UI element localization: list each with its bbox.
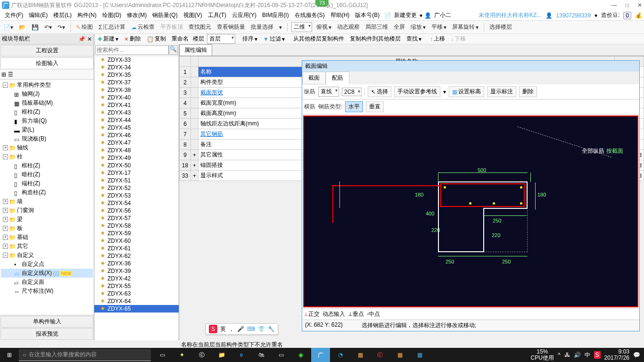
component-list[interactable]: ZDYX-33ZDYX-34ZDYX-35ZDYX-37ZDYX-38ZDYX-… (94, 56, 179, 340)
component-item[interactable]: ZDYX-41 (94, 101, 179, 109)
score-badge[interactable]: 73 (315, 0, 329, 7)
section-editor-title-bar[interactable]: 截面编辑 (302, 61, 639, 72)
tree-item[interactable]: •自定义点 (1, 260, 93, 269)
component-item[interactable]: ZDYX-46 (94, 132, 179, 139)
ime-skin-icon[interactable]: 👕 (258, 326, 265, 332)
component-item[interactable]: ZDYX-63 (94, 290, 179, 297)
component-item[interactable]: ZDYX-43 (94, 109, 179, 116)
tree-common-types[interactable]: −📁常用构件类型 (1, 81, 93, 90)
batch-select-button[interactable]: 批量选择 (249, 23, 275, 31)
horizontal-button[interactable]: 水平 (345, 101, 363, 112)
tree-item[interactable]: ▯框柱(Z) (1, 161, 93, 170)
delete-button[interactable]: ✕删除 (123, 35, 142, 43)
manual-ref-button[interactable]: 手动设置参考线 (394, 86, 440, 97)
component-item[interactable]: ZDYX-62 (94, 252, 179, 260)
line-type-combo[interactable]: 直线 (318, 87, 339, 97)
cpu-meter[interactable]: 15%CPU使用 (531, 349, 554, 361)
bean-icon[interactable]: 💰 (635, 12, 642, 19)
tree-wall[interactable]: +📁墙 (1, 197, 93, 206)
show-label-button[interactable]: 显示标注 (487, 86, 516, 97)
toolbar-more-icon[interactable]: ▾ (278, 24, 283, 31)
draw-button[interactable]: ✎绘图 (74, 23, 94, 31)
app-icon[interactable]: ▦ (410, 348, 429, 362)
tab-rebar[interactable]: 配筋 (326, 72, 349, 84)
user-name[interactable]: 广小二 (431, 11, 454, 19)
menu-draw[interactable]: 绘图(D) (99, 11, 124, 19)
ortho-button[interactable]: ⊥正交 (304, 310, 320, 318)
app-icon[interactable]: ▦ (390, 348, 409, 362)
tray-ime-label[interactable]: 中 (585, 351, 590, 359)
nav-pin-icon[interactable]: 📌 (78, 36, 85, 42)
fullscreen-button[interactable]: 全屏 (392, 23, 406, 31)
tree-item[interactable]: ▯框柱(Z) (1, 107, 93, 116)
close-button[interactable]: ✕ (637, 2, 642, 8)
tray-clock[interactable]: 9:032017/7/26 (604, 349, 629, 361)
rename-button[interactable]: 重命名 (170, 35, 190, 43)
dropdown-icon[interactable]: ▾ (420, 12, 422, 19)
tree-axis[interactable]: +📁轴线 (1, 143, 93, 152)
menu-help[interactable]: 帮助(H) (328, 11, 353, 19)
component-item[interactable]: ZDYX-49 (94, 154, 179, 162)
sum-calc-button[interactable]: Σ汇总计算 (97, 23, 127, 31)
select-floor-button[interactable]: 选择楼层 (488, 23, 513, 31)
component-item[interactable]: ZDYX-34 (94, 64, 179, 71)
app-icon[interactable]: 广 (311, 348, 330, 362)
nav-tree-icon[interactable]: ⊞ (1, 71, 6, 78)
tray-sogou-icon[interactable]: S (594, 351, 601, 359)
component-item[interactable]: ZDYX-48 (94, 147, 179, 154)
menu-view[interactable]: 视图(V) (181, 11, 205, 19)
ime-settings-icon[interactable]: 🔧 (268, 326, 275, 332)
component-item[interactable]: ZDYX-64 (94, 297, 179, 305)
nav-tree[interactable]: −📁常用构件类型 ⊞轴网(J) ▦筏板基础(M) ▯框柱(Z) ▮剪力墙(Q) … (0, 80, 94, 315)
component-item[interactable]: ZDYX-57 (94, 214, 179, 222)
tray-network-icon[interactable]: 🖧 (564, 352, 570, 358)
component-item[interactable]: ZDYX-51 (94, 177, 179, 184)
explorer-icon[interactable]: 📁 (212, 348, 231, 362)
menu-floor[interactable]: 楼层(L) (50, 11, 74, 19)
ime-logo-icon[interactable]: S (209, 325, 217, 333)
tree-foundation[interactable]: +📁基础 (1, 233, 93, 242)
nav-close-icon[interactable]: ✕ (87, 36, 92, 42)
unused-link[interactable]: 未使用的柱大样名称KZ... (479, 11, 541, 19)
select-button[interactable]: ↖选择 (368, 86, 391, 97)
tree-item[interactable]: ▮剪力墙(Q) (1, 116, 93, 125)
component-item[interactable]: ZDYX-54 (94, 199, 179, 207)
tree-item[interactable]: ▯暗柱(Z) (1, 170, 93, 179)
sort-button[interactable]: 排序▾ (241, 35, 259, 43)
component-item[interactable]: ZDYX-44 (94, 116, 179, 124)
component-item[interactable]: ZDYX-55 (94, 282, 179, 290)
tree-item[interactable]: ▯构造柱(Z) (1, 188, 93, 197)
tree-item-selected[interactable]: ▭自定义线(X)▯▯NEW (1, 269, 93, 278)
ime-keyboard-icon[interactable]: ⌨ (247, 326, 255, 332)
maximize-button[interactable]: □ (626, 2, 629, 8)
tray-up-icon[interactable]: ^ (558, 352, 561, 358)
section-canvas[interactable]: 全部纵筋 按截面 500 180 400 180 220 250 220 250… (303, 115, 638, 307)
ime-bar[interactable]: S 英 ， 🎤 ⌨ 👕 🔧 (206, 323, 278, 335)
rebar-spec-combo[interactable]: 2C8 (342, 88, 362, 96)
tree-other[interactable]: +📁其它 (1, 242, 93, 251)
menu-version[interactable]: 版本号(B) (352, 11, 382, 19)
phone-dropdown-icon[interactable]: ▾ (594, 12, 597, 19)
component-item[interactable]: ZDYX-56 (94, 207, 179, 214)
flat-top-button[interactable]: 平齐板顶 (159, 23, 184, 31)
tree-slab[interactable]: +📁板 (1, 224, 93, 233)
component-item[interactable]: ZDYX-42 (94, 275, 179, 282)
minimize-button[interactable]: — (611, 2, 617, 8)
menu-online[interactable]: 在线服务(S) (292, 11, 328, 19)
tree-custom[interactable]: −📁自定义 (1, 251, 93, 260)
screen-rotate-button[interactable]: 屏幕旋转▾ (451, 23, 480, 31)
find-button[interactable]: 查找▾ (405, 35, 423, 43)
zoom-button[interactable]: 缩放▾ (409, 23, 427, 31)
app-icon[interactable]: ⓒ (371, 348, 389, 362)
undo-button[interactable]: ↶▾ (43, 24, 53, 31)
tray-notifications-icon[interactable]: 💬 (633, 352, 640, 358)
component-item[interactable]: ZDYX-60 (94, 237, 179, 245)
app-icon[interactable]: ◉ (291, 348, 310, 362)
tree-item[interactable]: ▦筏板基础(M) (1, 99, 93, 107)
tree-beam[interactable]: +📁梁 (1, 215, 93, 224)
pan-button[interactable]: 平移▾ (430, 23, 448, 31)
dropdown-icon[interactable]: ▾ (443, 89, 446, 95)
tab-property-edit[interactable]: 属性编辑 (179, 44, 212, 56)
tree-item[interactable]: ▭现浇板(B) (1, 134, 93, 143)
redo-button[interactable]: ↷▾ (56, 24, 66, 31)
